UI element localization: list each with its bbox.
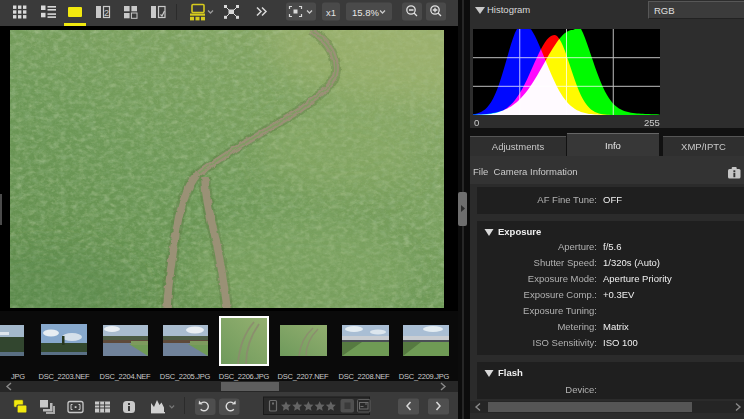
svg-text:x1: x1 bbox=[326, 7, 336, 18]
svg-text:2: 2 bbox=[104, 8, 109, 18]
svg-text:15.8%: 15.8% bbox=[352, 7, 379, 18]
